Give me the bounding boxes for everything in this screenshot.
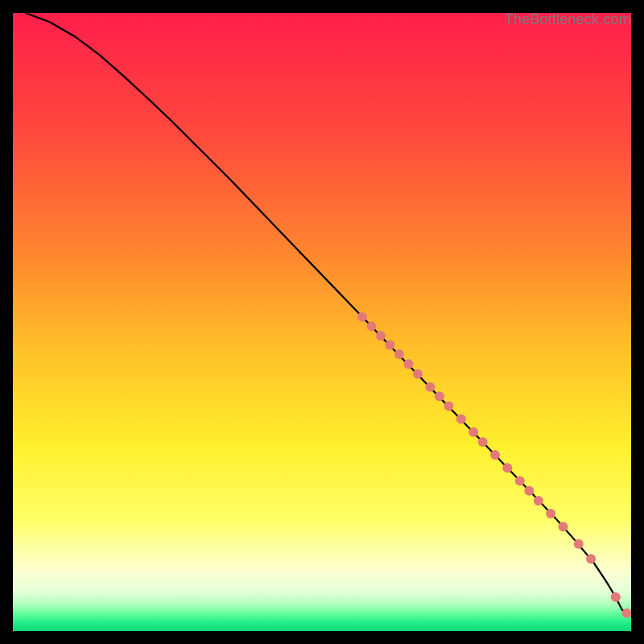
- overlay-dot: [534, 496, 543, 506]
- overlay-dot: [611, 592, 621, 602]
- overlay-dot: [444, 401, 453, 411]
- overlay-dot: [404, 359, 414, 369]
- overlay-dot: [376, 331, 386, 341]
- chart-stage: TheBottleneck.com: [0, 0, 644, 644]
- overlay-dot: [524, 486, 534, 496]
- overlay-dot: [366, 321, 376, 331]
- overlay-dot: [394, 349, 404, 359]
- plot-overlay: [13, 13, 631, 631]
- overlay-dot: [586, 554, 596, 564]
- overlay-dot: [502, 463, 512, 473]
- main-curve: [25, 13, 626, 614]
- overlay-dot: [456, 415, 466, 424]
- overlay-dot: [385, 340, 394, 349]
- overlay-dot: [515, 476, 525, 485]
- attribution-label: TheBottleneck.com: [505, 11, 631, 28]
- overlay-dot: [435, 391, 444, 401]
- overlay-dot: [425, 382, 435, 392]
- plot-area: TheBottleneck.com: [13, 13, 631, 631]
- overlay-dot: [478, 437, 488, 447]
- overlay-dot: [413, 369, 423, 379]
- overlay-dot: [357, 312, 367, 322]
- overlay-dots-group: [357, 312, 631, 618]
- overlay-dot: [469, 427, 478, 437]
- overlay-dot: [546, 509, 555, 518]
- overlay-dot: [574, 539, 584, 549]
- overlay-dot: [490, 450, 500, 460]
- overlay-dot: [559, 522, 568, 531]
